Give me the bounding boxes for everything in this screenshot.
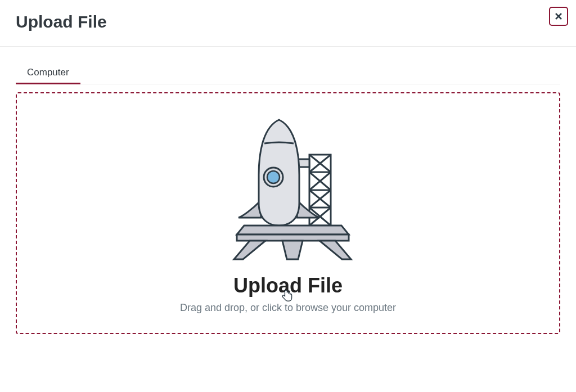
svg-marker-17 — [237, 226, 349, 235]
svg-marker-20 — [282, 241, 303, 259]
tab-label: Computer — [27, 67, 69, 78]
rocket-icon — [215, 113, 361, 265]
dialog-content: Computer — [0, 47, 576, 334]
close-button[interactable] — [549, 7, 568, 26]
dropzone-title: Upload File — [233, 274, 343, 298]
dialog-title: Upload File — [16, 12, 107, 31]
file-dropzone[interactable]: Upload File Drag and drop, or click to b… — [16, 92, 560, 334]
svg-point-16 — [267, 171, 280, 183]
dialog-header: Upload File — [0, 0, 576, 46]
dropzone-subtitle: Drag and drop, or click to browse your c… — [180, 302, 396, 314]
tab-bar: Computer — [16, 60, 560, 84]
svg-rect-18 — [237, 235, 349, 241]
close-icon — [555, 12, 562, 20]
tab-computer[interactable]: Computer — [16, 60, 80, 84]
svg-marker-21 — [320, 241, 351, 259]
svg-marker-19 — [234, 241, 266, 259]
